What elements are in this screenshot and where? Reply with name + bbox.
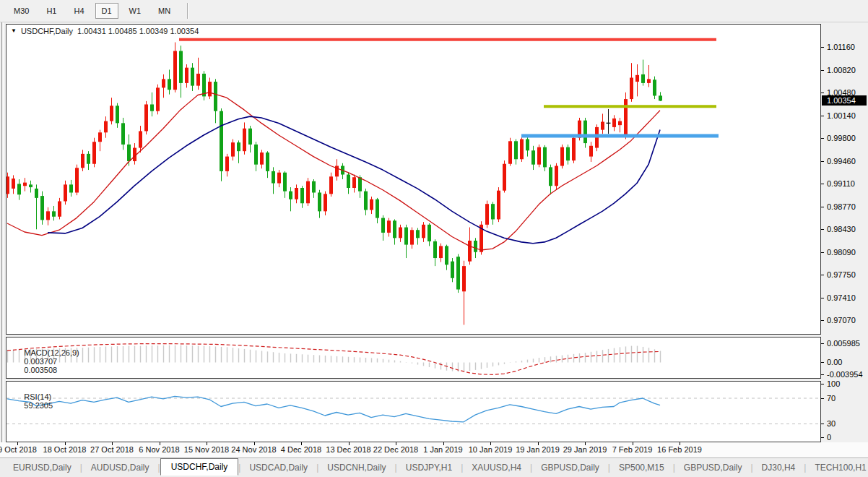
tab-usdcnh-daily[interactable]: USDCNH,Daily [318,460,394,476]
price-axis-label: 0.98770 [827,202,856,211]
rsi-tick [821,437,824,438]
price-tick [821,229,824,230]
candles-group [6,43,662,325]
tab-dj30-h4[interactable]: DJ30,H4 [753,460,804,476]
chevron-down-icon[interactable]: ▼ [11,28,17,34]
chart-symbol-label: USDCHF,Daily [21,27,73,35]
tab-xauusd-h4[interactable]: XAUUSD,H4 [463,460,530,476]
macd-label: MACD(12,26,9) 0.003707 0.003508 [11,340,79,383]
rsi-tick [821,398,824,399]
price-tick [821,138,824,139]
ma-fast-line [7,93,660,250]
price-tick [821,93,824,93]
price-axis-label: 1.00140 [827,111,856,120]
price-tick [821,184,824,184]
moving-averages-group [7,93,660,250]
date-axis-label: 15 Nov 2018 [184,445,229,454]
date-axis-label: 4 Dec 2018 [281,445,321,454]
price-tick [821,70,824,71]
date-axis-label: 29 Jan 2019 [563,445,607,454]
price-tick [821,252,824,253]
macd-axis-label: 0.005985 [827,339,860,348]
macd-axis-label: -0.003954 [827,370,863,379]
date-axis: 9 Oct 201818 Oct 201827 Oct 20186 Nov 20… [0,442,868,457]
date-axis-label: 1 Jan 2019 [423,445,462,454]
tab-tech100-h1[interactable]: TECH100,H1 [806,460,868,476]
window-edge-highlight [3,22,4,477]
rsi-svg [6,382,820,442]
date-axis-label: 16 Feb 2019 [657,445,702,454]
timeframe-toolbar: M30H1H4D1W1MN [0,0,868,22]
rsi-line [7,396,660,422]
chart-title: ▼ USDCHF,Daily 1.00431 1.00485 1.00349 1… [11,27,199,35]
tab-sp500-m15[interactable]: SP500,M15 [610,460,673,476]
macd-indicator-panel[interactable]: MACD(12,26,9) 0.003707 0.003508 [6,337,821,379]
toolbar-separator [187,3,188,19]
price-tick [821,161,824,162]
date-axis-label: 10 Jan 2019 [469,445,513,454]
date-axis-label: 7 Feb 2019 [612,445,653,454]
price-tick [821,320,824,321]
macd-tick [821,374,824,375]
terminal-window: M30H1H4D1W1MN ▼ USDCHF,Daily 1.00431 1.0… [0,0,868,477]
window-edge-line [1,22,2,477]
price-axis-label: 0.97750 [827,270,856,279]
price-tick [821,116,824,116]
macd-value-signal: 0.003508 [24,366,57,374]
rsi-axis-label: 30 [827,419,836,428]
price-axis-label: 0.99800 [827,134,856,142]
tab-audusd-daily[interactable]: AUDUSD,Daily [82,460,158,476]
timeframe-button-m30[interactable]: M30 [7,3,35,19]
timeframe-button-h4[interactable]: H4 [67,3,90,19]
macd-tick [821,343,824,344]
chart-ohlc-values: 1.00431 1.00485 1.00349 1.00354 [77,27,199,35]
rsi-indicator-panel[interactable]: RSI(14) 59.2305 [6,381,821,442]
date-axis-label: 18 Oct 2018 [43,445,87,454]
rsi-value: 59.2305 [24,401,53,410]
macd-svg [6,338,820,378]
macd-tick [821,362,824,363]
current-price-tag: 1.00354 [822,95,867,106]
price-axis-label: 0.97410 [827,293,856,302]
timeframe-button-d1[interactable]: D1 [95,3,118,19]
tab-usdjpy-h1[interactable]: USDJPY,H1 [397,460,461,476]
price-tick [821,275,824,275]
tab-usdchf-daily[interactable]: USDCHF,Daily [160,458,239,476]
date-axis-label: 27 Oct 2018 [90,445,134,454]
price-tick [821,298,824,298]
date-axis-label: 6 Nov 2018 [139,445,179,454]
macd-value-main: 0.003707 [24,357,57,366]
price-axis-label: 0.98430 [827,225,856,233]
rsi-axis-label: 100 [827,379,840,388]
date-axis-label: 24 Nov 2018 [231,445,276,454]
price-axis-label: 1.01160 [827,43,855,51]
macd-axis-label: 0.00 [827,358,842,366]
macd-histogram-group [8,345,661,372]
price-chart-svg [6,25,820,334]
macd-name: MACD(12,26,9) [24,348,79,357]
tab-usdcad-daily[interactable]: USDCAD,Daily [240,460,316,476]
price-axis-label: 0.98090 [827,248,856,257]
price-axis-label: 1.00820 [827,66,856,74]
rsi-name: RSI(14) [24,392,51,401]
price-axis-label: 0.99460 [827,157,856,166]
date-axis-label: 22 Dec 2018 [373,445,418,454]
price-axis-label: 0.97070 [827,316,856,325]
date-axis-label: 19 Jan 2019 [516,445,560,454]
rsi-label: RSI(14) 59.2305 [11,384,53,418]
price-chart-panel[interactable]: ▼ USDCHF,Daily 1.00431 1.00485 1.00349 1… [6,24,821,335]
timeframe-button-mn[interactable]: MN [152,3,177,19]
rsi-tick [821,424,824,424]
tab-eurusd-daily[interactable]: EURUSD,Daily [4,460,80,476]
date-axis-label: 9 Oct 2018 [0,445,37,454]
tab-gbpusd-daily[interactable]: GBPUSD,Daily [532,460,608,476]
rsi-axis-label: 70 [827,394,836,403]
tab-gbpusd-daily[interactable]: GBPUSD,Daily [675,460,751,476]
price-tick [821,47,824,48]
timeframe-button-w1[interactable]: W1 [123,3,148,19]
timeframe-button-h1[interactable]: H1 [40,3,63,19]
price-axis: 1.011601.008201.004801.001400.998000.994… [821,24,868,442]
price-tick [821,207,824,207]
chart-tab-bar: EURUSD,Daily|AUDUSD,Daily|USDCHF,Daily|U… [0,457,868,477]
date-axis-label: 13 Dec 2018 [326,445,370,454]
